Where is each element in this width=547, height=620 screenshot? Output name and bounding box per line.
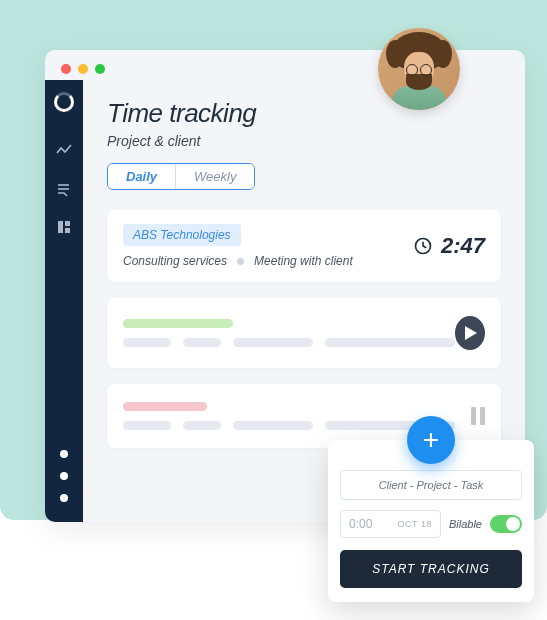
entry-duration: 2:47 <box>441 233 485 259</box>
entry-task: Meeting with client <box>254 254 353 268</box>
sidebar-dot[interactable] <box>60 494 68 502</box>
separator-dot-icon <box>237 258 244 265</box>
billable-label: Bilable <box>449 518 482 530</box>
entry-time: 2:47 <box>413 233 485 259</box>
play-button[interactable] <box>455 316 485 350</box>
user-avatar[interactable] <box>378 28 460 110</box>
time-entry-placeholder[interactable] <box>107 298 501 368</box>
skeleton-bar <box>123 338 171 347</box>
page-subtitle: Project & client <box>107 133 501 149</box>
time-input[interactable]: 0:00 OCT 18 <box>340 510 441 538</box>
skeleton-bar <box>123 319 233 328</box>
sidebar-dot[interactable] <box>60 450 68 458</box>
skeleton-bar <box>325 338 455 347</box>
svg-rect-3 <box>65 221 70 226</box>
pause-button[interactable] <box>471 407 485 425</box>
time-entry-card[interactable]: ABS Technologies Consulting services Mee… <box>107 210 501 282</box>
billable-toggle[interactable] <box>490 515 522 533</box>
plus-icon: + <box>423 426 439 454</box>
pause-icon <box>480 407 485 425</box>
entry-description-input[interactable]: Client - Project - Task <box>340 470 522 500</box>
tab-weekly[interactable]: Weekly <box>175 164 254 189</box>
entry-info: ABS Technologies Consulting services Mee… <box>123 224 353 268</box>
skeleton-bar <box>123 402 207 411</box>
sidebar-footer-dots <box>60 450 68 502</box>
entry-meta: Consulting services Meeting with client <box>123 254 353 268</box>
sidebar-dot[interactable] <box>60 472 68 480</box>
nav-list-icon[interactable] <box>55 180 73 198</box>
maximize-window-button[interactable] <box>95 64 105 74</box>
sidebar <box>45 80 83 522</box>
skeleton-bar <box>123 421 171 430</box>
pause-icon <box>471 407 476 425</box>
tab-daily[interactable]: Daily <box>108 164 175 189</box>
close-window-button[interactable] <box>61 64 71 74</box>
entry-project: Consulting services <box>123 254 227 268</box>
new-entry-panel: + Client - Project - Task 0:00 OCT 18 Bi… <box>328 440 534 602</box>
avatar-image <box>378 28 460 110</box>
play-icon <box>465 326 477 340</box>
app-logo-icon[interactable] <box>54 92 74 112</box>
skeleton-bar <box>183 338 221 347</box>
view-tabs: Daily Weekly <box>107 163 255 190</box>
time-input-date: OCT 18 <box>398 519 432 529</box>
add-entry-button[interactable]: + <box>407 416 455 464</box>
skeleton-bar <box>233 421 313 430</box>
minimize-window-button[interactable] <box>78 64 88 74</box>
nav-board-icon[interactable] <box>55 218 73 236</box>
client-tag: ABS Technologies <box>123 224 241 246</box>
time-input-value: 0:00 <box>349 517 372 531</box>
svg-rect-2 <box>58 221 63 233</box>
svg-marker-6 <box>465 326 477 340</box>
clock-icon <box>413 236 433 256</box>
skeleton-bar <box>233 338 313 347</box>
nav-activity-icon[interactable] <box>55 142 73 160</box>
svg-rect-4 <box>65 228 70 233</box>
start-tracking-button[interactable]: START TRACKING <box>340 550 522 588</box>
skeleton-bar <box>183 421 221 430</box>
